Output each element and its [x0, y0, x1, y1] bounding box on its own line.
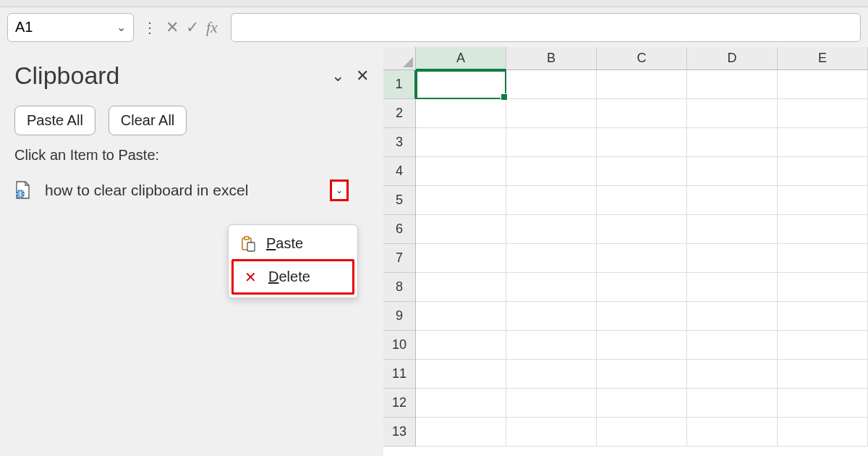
cell[interactable] [597, 302, 687, 331]
clear-all-button[interactable]: Clear All [109, 106, 187, 135]
cell[interactable] [597, 70, 687, 99]
cell[interactable] [778, 360, 868, 389]
row-header[interactable]: 5 [383, 186, 416, 215]
cell[interactable] [597, 418, 687, 447]
cell[interactable] [416, 302, 506, 331]
fx-icon[interactable]: fx [206, 18, 218, 37]
cell[interactable] [778, 273, 868, 302]
cell[interactable] [687, 99, 778, 128]
cell[interactable] [687, 389, 778, 418]
cell[interactable] [416, 273, 506, 302]
cell[interactable] [416, 389, 506, 418]
pane-options-chevron-icon[interactable]: ⌄ [331, 67, 344, 85]
cell[interactable] [506, 244, 597, 273]
cell[interactable] [506, 186, 597, 215]
clipboard-item[interactable]: how to clear clipboard in excel ⌄ [14, 177, 369, 204]
cell[interactable] [416, 244, 506, 273]
cell[interactable] [416, 70, 506, 99]
cell[interactable] [687, 244, 778, 273]
cell[interactable] [778, 157, 868, 186]
column-header[interactable]: B [506, 47, 597, 70]
cell[interactable] [597, 186, 687, 215]
cell[interactable] [597, 273, 687, 302]
row-header[interactable]: 6 [383, 215, 416, 244]
row-header[interactable]: 2 [383, 99, 416, 128]
item-dropdown-button[interactable]: ⌄ [330, 180, 349, 201]
cell[interactable] [597, 215, 687, 244]
cell[interactable] [778, 99, 868, 128]
row-header[interactable]: 8 [383, 273, 416, 302]
cell[interactable] [506, 360, 597, 389]
cancel-icon[interactable]: ✕ [166, 18, 179, 37]
cell[interactable] [416, 418, 506, 447]
row-header[interactable]: 9 [383, 302, 416, 331]
cell[interactable] [778, 186, 868, 215]
column-header[interactable]: A [416, 47, 506, 70]
cell[interactable] [597, 244, 687, 273]
cell[interactable] [506, 302, 597, 331]
cell[interactable] [506, 157, 597, 186]
cell[interactable] [687, 273, 778, 302]
cell[interactable] [416, 157, 506, 186]
row-header[interactable]: 12 [383, 389, 416, 418]
cell[interactable] [597, 389, 687, 418]
row-header[interactable]: 3 [383, 128, 416, 157]
cell[interactable] [778, 244, 868, 273]
cell[interactable] [687, 157, 778, 186]
cell[interactable] [416, 128, 506, 157]
cell[interactable] [597, 331, 687, 360]
cell[interactable] [506, 215, 597, 244]
row-header[interactable]: 4 [383, 157, 416, 186]
select-all-corner[interactable] [383, 47, 416, 70]
cell[interactable] [597, 99, 687, 128]
enter-icon[interactable]: ✓ [186, 18, 199, 37]
cell[interactable] [687, 70, 778, 99]
cell[interactable] [416, 360, 506, 389]
cell[interactable] [687, 302, 778, 331]
cell[interactable] [778, 128, 868, 157]
cell[interactable] [506, 128, 597, 157]
row-header[interactable]: 1 [383, 70, 416, 99]
pane-close-icon[interactable]: ✕ [356, 67, 369, 85]
paste-all-button[interactable]: Paste All [14, 106, 95, 135]
cell[interactable] [687, 215, 778, 244]
cell[interactable] [506, 99, 597, 128]
context-menu-paste[interactable]: Paste [231, 228, 354, 259]
vertical-dots-icon[interactable]: ⋮ [141, 19, 158, 36]
column-header[interactable]: C [597, 47, 687, 70]
cell[interactable] [687, 418, 778, 447]
row-header[interactable]: 11 [383, 360, 416, 389]
cell[interactable] [778, 302, 868, 331]
cell[interactable] [506, 418, 597, 447]
formula-input[interactable] [231, 13, 861, 42]
row-header[interactable]: 13 [383, 418, 416, 447]
cell[interactable] [687, 128, 778, 157]
row-header[interactable]: 7 [383, 244, 416, 273]
cell[interactable] [597, 360, 687, 389]
cell[interactable] [597, 128, 687, 157]
chevron-down-icon[interactable]: ⌄ [116, 20, 126, 34]
cell[interactable] [597, 157, 687, 186]
name-box[interactable]: A1 ⌄ [7, 13, 134, 42]
row-header[interactable]: 10 [383, 331, 416, 360]
cell[interactable] [416, 186, 506, 215]
cell[interactable] [687, 186, 778, 215]
cell[interactable] [416, 215, 506, 244]
worksheet-grid[interactable]: ABCDE 12345678910111213 [383, 47, 868, 456]
cell[interactable] [416, 99, 506, 128]
cell[interactable] [687, 331, 778, 360]
cell[interactable] [778, 331, 868, 360]
cell[interactable] [506, 389, 597, 418]
cell[interactable] [778, 70, 868, 99]
cell[interactable] [416, 331, 506, 360]
cell[interactable] [778, 418, 868, 447]
cell[interactable] [687, 360, 778, 389]
context-menu-delete[interactable]: ✕ Delete [231, 259, 354, 295]
cell[interactable] [778, 389, 868, 418]
cell[interactable] [506, 273, 597, 302]
cell[interactable] [778, 215, 868, 244]
cell[interactable] [506, 331, 597, 360]
column-header[interactable]: E [778, 47, 868, 70]
column-header[interactable]: D [687, 47, 778, 70]
cell[interactable] [506, 70, 597, 99]
